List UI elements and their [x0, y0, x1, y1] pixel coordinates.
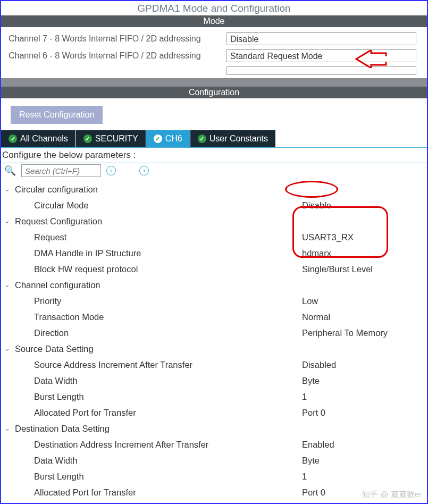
- tab-label: CH6: [165, 134, 182, 144]
- group-label: Source Data Setting: [15, 342, 94, 356]
- chevron-down-icon: ⌄: [4, 342, 15, 356]
- search-prev-icon[interactable]: ‹: [106, 166, 116, 175]
- param-src-inc[interactable]: Source Address Increment After TransferD…: [4, 357, 424, 373]
- group-circular[interactable]: ⌄Circular configuration: [4, 181, 424, 197]
- param-circular-mode[interactable]: Circular ModeDisable: [4, 197, 424, 213]
- param-value: Low: [302, 294, 318, 308]
- param-label: DMA Handle in IP Structure: [4, 246, 302, 260]
- channel7-label: Channel 7 - 8 Words Internal FIFO / 2D a…: [9, 34, 226, 44]
- search-input[interactable]: [21, 164, 101, 177]
- param-value: Disabled: [302, 358, 336, 372]
- group-channel[interactable]: ⌄Channel configuration: [4, 277, 424, 293]
- tab-label: All Channels: [20, 134, 68, 144]
- partial-select[interactable]: [226, 66, 416, 75]
- group-label: Request Configuration: [15, 214, 102, 228]
- param-label: Transaction Mode: [4, 310, 302, 324]
- chevron-down-icon: ⌄: [4, 278, 15, 292]
- channel6-label: Channel 6 - 8 Words Internal FIFO / 2D a…: [9, 51, 226, 61]
- config-tabs: ✓ All Channels ✓ SECURITY ✓ CH6 ✓ User C…: [1, 130, 427, 147]
- param-value: Disable: [302, 198, 331, 212]
- param-value: Byte: [302, 374, 320, 388]
- tab-security[interactable]: ✓ SECURITY: [76, 130, 146, 147]
- param-priority[interactable]: PriorityLow: [4, 293, 424, 309]
- check-icon: ✓: [198, 135, 206, 143]
- param-value: 1: [302, 469, 307, 483]
- param-label: Burst Length: [4, 390, 302, 404]
- param-value: Peripheral To Memory: [302, 326, 388, 340]
- tab-all-channels[interactable]: ✓ All Channels: [1, 130, 76, 147]
- group-data-handling[interactable]: ⌄Data Handling: [4, 500, 424, 504]
- param-label: Priority: [4, 294, 302, 308]
- param-value: hdmarx: [302, 246, 331, 260]
- param-direction[interactable]: DirectionPeripheral To Memory: [4, 325, 424, 341]
- group-source[interactable]: ⌄Source Data Setting: [4, 341, 424, 357]
- configuration-bar: Configuration: [1, 87, 427, 98]
- param-value: Port 0: [302, 406, 325, 419]
- search-icon[interactable]: 🔍: [4, 165, 16, 177]
- grey-separator: [1, 78, 427, 87]
- param-label: Source Address Increment After Transfer: [4, 358, 302, 372]
- param-dst-width[interactable]: Data WidthByte: [4, 452, 424, 468]
- param-label: Block HW request protocol: [4, 262, 302, 276]
- mode-bar: Mode: [1, 15, 427, 27]
- param-src-port[interactable]: Allocated Port for TransferPort 0: [4, 405, 424, 421]
- group-request[interactable]: ⌄Request Configuration: [4, 213, 424, 229]
- group-dest[interactable]: ⌄Destination Data Setting: [4, 421, 424, 436]
- param-value: USART3_RX: [302, 230, 354, 244]
- param-label: Burst Length: [4, 469, 302, 483]
- chevron-down-icon: ⌄: [4, 501, 15, 504]
- param-block-hw[interactable]: Block HW request protocolSingle/Burst Le…: [4, 261, 424, 277]
- group-label: Circular configuration: [15, 182, 98, 196]
- param-value: Byte: [302, 453, 320, 467]
- param-label: Allocated Port for Transfer: [4, 485, 302, 499]
- param-value: Normal: [302, 310, 330, 324]
- parameter-tree: ⌄Circular configuration Circular ModeDis…: [1, 181, 427, 504]
- reset-configuration-button[interactable]: Reset Configuration: [11, 106, 103, 124]
- param-dst-inc[interactable]: Destination Address Increment After Tran…: [4, 436, 424, 452]
- param-value: 1: [302, 390, 307, 404]
- param-request[interactable]: RequestUSART3_RX: [4, 229, 424, 245]
- param-dma-handle[interactable]: DMA Handle in IP Structurehdmarx: [4, 245, 424, 261]
- check-icon: ✓: [154, 135, 162, 143]
- chevron-down-icon: ⌄: [4, 182, 15, 196]
- group-label: Destination Data Setting: [15, 422, 110, 435]
- group-label: Data Handling: [15, 501, 71, 504]
- param-label: Allocated Port for Transfer: [4, 406, 302, 419]
- param-src-width[interactable]: Data WidthByte: [4, 373, 424, 389]
- tab-label: SECURITY: [95, 134, 138, 144]
- page-title: GPDMA1 Mode and Configuration: [1, 1, 427, 15]
- check-icon: ✓: [9, 135, 17, 143]
- param-label: Circular Mode: [4, 198, 302, 212]
- group-label: Channel configuration: [15, 278, 100, 292]
- tab-label: User Constants: [209, 134, 268, 144]
- tab-user-constants[interactable]: ✓ User Constants: [190, 130, 276, 147]
- param-label: Direction: [4, 326, 302, 340]
- param-value: Single/Burst Level: [302, 262, 373, 276]
- param-label: Data Width: [4, 374, 302, 388]
- param-transaction[interactable]: Transaction ModeNormal: [4, 309, 424, 325]
- param-dst-port[interactable]: Allocated Port for TransferPort 0: [4, 484, 424, 500]
- param-label: Destination Address Increment After Tran…: [4, 438, 302, 451]
- param-src-burst[interactable]: Burst Length1: [4, 389, 424, 405]
- param-dst-burst[interactable]: Burst Length1: [4, 468, 424, 484]
- chevron-down-icon: ⌄: [4, 422, 15, 435]
- param-value: Enabled: [302, 438, 334, 451]
- watermark: 知乎 @ 葳葳败er: [362, 490, 422, 500]
- param-value: Port 0: [302, 485, 325, 499]
- configure-text: Configure the below parameters :: [1, 148, 427, 163]
- search-next-icon[interactable]: ›: [139, 166, 149, 175]
- chevron-down-icon: ⌄: [4, 214, 15, 228]
- channel6-select[interactable]: Standard Request Mode: [226, 49, 416, 62]
- tab-ch6[interactable]: ✓ CH6: [146, 130, 190, 147]
- check-icon: ✓: [83, 135, 92, 143]
- param-label: Data Width: [4, 453, 302, 467]
- channel7-select[interactable]: Disable: [226, 32, 416, 45]
- param-label: Request: [4, 230, 302, 244]
